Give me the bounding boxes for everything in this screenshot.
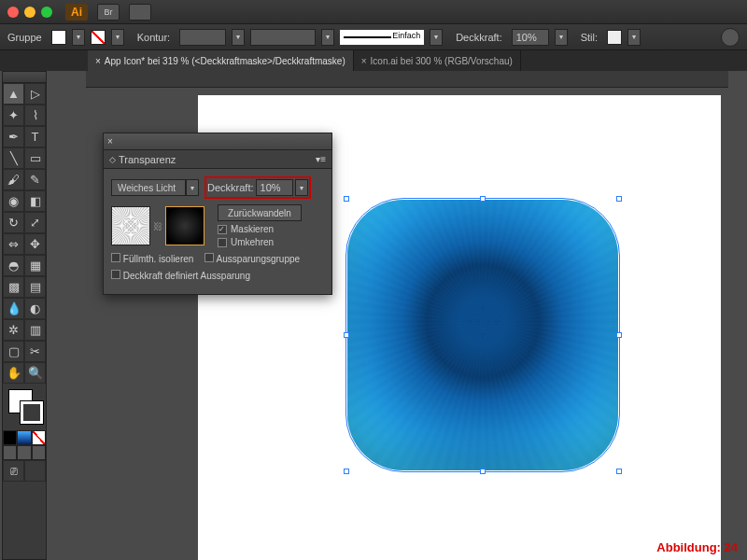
revert-button[interactable]: Zurückwandeln: [218, 204, 302, 221]
free-transform-tool[interactable]: ✥: [24, 233, 46, 255]
fill-stroke-control[interactable]: [3, 384, 46, 430]
rectangle-tool[interactable]: ▭: [24, 147, 46, 169]
close-icon[interactable]: ×: [107, 136, 113, 147]
panel-menu-icon[interactable]: ▾≡: [316, 154, 326, 164]
magic-wand-tool[interactable]: ✦: [3, 105, 24, 126]
symbol-sprayer-tool[interactable]: ✲: [3, 319, 24, 341]
thumbnail-mask[interactable]: [165, 206, 204, 245]
handle-bl[interactable]: [344, 469, 349, 474]
style-dropdown[interactable]: [627, 29, 641, 46]
lasso-tool[interactable]: ⌇: [24, 105, 46, 126]
blend-mode-select[interactable]: Weiches Licht: [111, 179, 199, 196]
rotate-tool[interactable]: ↻: [3, 212, 24, 233]
traffic-lights: [7, 7, 52, 18]
maximize-icon[interactable]: [41, 7, 52, 18]
opacity-highlight: Deckkraft: 10%: [204, 176, 311, 199]
draw-inside[interactable]: [32, 445, 46, 460]
graph-tool[interactable]: ▥: [24, 319, 46, 341]
opacity-label: Deckkraft:: [456, 32, 502, 43]
invert-checkbox[interactable]: Umkehren: [218, 237, 302, 247]
opacity-dropdown[interactable]: [295, 179, 308, 196]
minimize-icon[interactable]: [24, 7, 35, 18]
perspective-tool[interactable]: ▦: [24, 255, 46, 276]
stroke-weight-field[interactable]: [179, 29, 226, 46]
artboard-tool[interactable]: ▢: [3, 341, 24, 362]
blob-brush-tool[interactable]: ◉: [3, 190, 24, 212]
color-mode-row: [3, 430, 46, 445]
type-tool[interactable]: T: [24, 126, 46, 147]
doc-setup-icon[interactable]: [721, 28, 740, 47]
panel-header[interactable]: ×: [104, 133, 331, 150]
slice-tool[interactable]: ✂: [24, 341, 46, 362]
style-swatch[interactable]: [607, 30, 622, 45]
scale-tool[interactable]: ⤢: [24, 212, 46, 233]
stroke-indicator[interactable]: [20, 400, 44, 425]
toolbox: ▲ ▷ ✦ ⌇ ✒ T ╲ ▭ 🖌 ✎ ◉ ◧ ↻ ⤢ ⇔ ✥ ◓ ▦ ▩ ▤ …: [2, 71, 47, 560]
tab-app-icon[interactable]: ×App Icon* bei 319 % (<Deckkraftmaske>/D…: [88, 50, 354, 71]
stroke-swatch[interactable]: [91, 30, 106, 45]
handle-r[interactable]: [616, 332, 622, 338]
opacity-input[interactable]: 10%: [256, 179, 293, 196]
hand-tool[interactable]: ✋: [3, 362, 24, 384]
handle-tr[interactable]: [616, 196, 622, 202]
draw-normal[interactable]: [3, 445, 17, 460]
isolate-checkbox[interactable]: Füllmth. isolieren: [111, 253, 193, 264]
opacity-dropdown[interactable]: [555, 29, 568, 46]
selection-tool[interactable]: ▲: [3, 83, 24, 105]
handle-tl[interactable]: [344, 196, 349, 202]
eyedropper-tool[interactable]: 💧: [3, 298, 24, 319]
color-mode-none[interactable]: [32, 430, 46, 445]
brush-preview[interactable]: Einfach: [340, 30, 424, 45]
screen-mode-row: [3, 445, 46, 460]
fill-dropdown[interactable]: [72, 29, 85, 46]
selection-label: Gruppe: [7, 32, 42, 43]
knockout-checkbox[interactable]: Aussparungsgruppe: [204, 253, 300, 264]
arrange-button[interactable]: [129, 4, 151, 21]
handle-br[interactable]: [616, 469, 622, 474]
blend-tool[interactable]: ◐: [24, 298, 46, 319]
stroke-dropdown[interactable]: [111, 29, 124, 46]
gradient-tool[interactable]: ▤: [24, 276, 46, 298]
control-bar: Gruppe Kontur: Einfach Deckkraft: 10% St…: [0, 24, 747, 50]
pen-tool[interactable]: ✒: [3, 126, 24, 147]
shape-builder-tool[interactable]: ◓: [3, 255, 24, 276]
mask-checkbox[interactable]: Maskieren: [218, 224, 302, 234]
fill-swatch[interactable]: [51, 30, 66, 45]
app-badge: Ai: [65, 4, 88, 21]
mesh-tool[interactable]: ▩: [3, 276, 24, 298]
panel-tab[interactable]: Transparenz▾≡: [104, 150, 331, 169]
close-icon[interactable]: [7, 7, 19, 18]
figure-caption: Abbildung: 24: [656, 540, 738, 554]
var-width-field[interactable]: [250, 29, 316, 46]
line-tool[interactable]: ╲: [3, 147, 24, 169]
draw-behind[interactable]: [17, 445, 31, 460]
thumbnail-object[interactable]: [111, 206, 150, 245]
transparency-panel: × Transparenz▾≡ Weiches Licht Deckkraft:…: [103, 133, 332, 295]
stroke-weight-dropdown[interactable]: [232, 29, 245, 46]
selection-outline: [345, 198, 620, 472]
close-icon[interactable]: ×: [95, 56, 101, 66]
color-mode-gradient[interactable]: [17, 430, 31, 445]
close-icon[interactable]: ×: [361, 56, 367, 66]
handle-l[interactable]: [344, 332, 349, 338]
document-tabs: ×App Icon* bei 319 % (<Deckkraftmaske>/D…: [0, 50, 747, 71]
direct-selection-tool[interactable]: ▷: [24, 83, 46, 105]
handle-b[interactable]: [480, 469, 486, 474]
paintbrush-tool[interactable]: 🖌: [3, 169, 24, 190]
tab-icon-ai[interactable]: ×Icon.ai bei 300 % (RGB/Vorschau): [354, 50, 521, 71]
define-knockout-checkbox[interactable]: Deckkraft definiert Aussparung: [111, 270, 250, 281]
bridge-button[interactable]: Br: [97, 4, 120, 21]
handle-t[interactable]: [480, 196, 486, 202]
zoom-tool[interactable]: 🔍: [24, 362, 46, 384]
color-mode-solid[interactable]: [3, 430, 17, 445]
brush-dropdown[interactable]: [430, 29, 443, 46]
eraser-tool[interactable]: ◧: [24, 190, 46, 212]
link-icon[interactable]: ⛓: [152, 206, 163, 245]
opacity-field[interactable]: 10%: [512, 29, 549, 46]
var-width-dropdown[interactable]: [321, 29, 334, 46]
width-tool[interactable]: ⇔: [3, 233, 24, 255]
screen-mode-button[interactable]: ⎚: [3, 460, 24, 482]
pencil-tool[interactable]: ✎: [24, 169, 46, 190]
toolbox-grip[interactable]: [3, 72, 46, 83]
ruler-horizontal[interactable]: [86, 71, 728, 88]
